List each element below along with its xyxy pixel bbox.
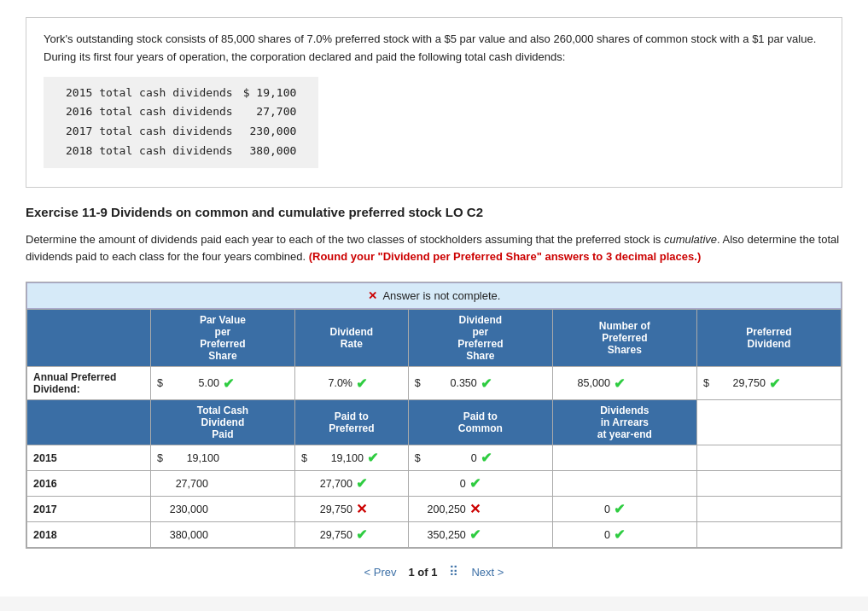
main-table: Par ValueperPreferredShare DividendRate … bbox=[26, 309, 842, 548]
year-label: 2015 bbox=[27, 445, 151, 471]
dividends-arrears-cell: 0 ✔ bbox=[552, 522, 696, 548]
page-wrapper: York's outstanding stock consists of 85,… bbox=[0, 0, 868, 596]
check-green-icon: ✔ bbox=[367, 450, 378, 466]
paid-preferred-cell: 29,750 ✕ bbox=[294, 497, 408, 522]
dividend-list-item: 2017 total cash dividends 230,000 bbox=[61, 122, 301, 142]
paid-common-cell: $ 0 ✔ bbox=[408, 445, 552, 471]
header-number-preferred: Number ofPreferredShares bbox=[552, 310, 696, 367]
header-dividend-per-share: DividendperPreferredShare bbox=[408, 310, 552, 367]
instructions-part1: Determine the amount of dividends paid e… bbox=[26, 233, 664, 246]
pagination: < Prev 1 of 1 ⠿ Next > bbox=[26, 564, 842, 579]
check-green-icon: ✔ bbox=[356, 475, 367, 492]
paid-common-cell: 350,250 ✔ bbox=[408, 522, 552, 548]
header-preferred-dividend: PreferredDividend bbox=[696, 310, 841, 367]
top-box: York's outstanding stock consists of 85,… bbox=[26, 17, 842, 188]
paid-preferred-value: 19,100 bbox=[312, 452, 364, 464]
dividend-year-label: 2018 total cash dividends bbox=[61, 142, 238, 161]
next-button[interactable]: Next > bbox=[471, 566, 504, 579]
top-box-text: York's outstanding stock consists of 85,… bbox=[44, 31, 824, 67]
paid-preferred-cell: 29,750 ✔ bbox=[294, 522, 408, 548]
empty-cell bbox=[696, 445, 841, 471]
dividend-amounts-table: 2015 total cash dividends$ 19,1002016 to… bbox=[61, 84, 301, 161]
check-green-icon: ✔ bbox=[481, 375, 492, 392]
exercise-title: Exercise 11-9 Dividends on common and cu… bbox=[26, 205, 842, 219]
instructions-italic: cumulative bbox=[664, 233, 717, 246]
check-red-icon: ✕ bbox=[356, 501, 367, 517]
sub-header-empty2 bbox=[696, 400, 841, 445]
paid-common-cell: 200,250 ✕ bbox=[408, 497, 552, 522]
x-icon: ✕ bbox=[368, 289, 377, 302]
sub-header-row: Total CashDividendPaid Paid toPreferred … bbox=[27, 400, 842, 445]
dividend-table-container: 2015 total cash dividends$ 19,1002016 to… bbox=[44, 77, 824, 174]
year-label: 2016 bbox=[27, 471, 151, 497]
preferred-dividend-dollar: $ bbox=[703, 377, 709, 389]
check-green-icon: ✔ bbox=[469, 475, 481, 492]
dividends-arrears-cell: 0 ✔ bbox=[552, 497, 696, 522]
paid-common-symbol: $ bbox=[415, 452, 421, 464]
total-cash-cell: 27,700 bbox=[150, 471, 294, 497]
check-green-icon: ✔ bbox=[769, 375, 780, 392]
empty-cell bbox=[696, 471, 841, 497]
dividend-rate-value: 7.0% bbox=[301, 377, 352, 389]
dividends-arrears-cell bbox=[552, 445, 696, 471]
check-green-icon: ✔ bbox=[614, 375, 625, 392]
dividend-year-label: 2017 total cash dividends bbox=[61, 122, 238, 142]
par-value-dollar: $ bbox=[157, 377, 163, 389]
sub-header-dividends-arrears: Dividendsin Arrearsat year-end bbox=[552, 400, 696, 445]
main-table-wrapper: ✕ Answer is not complete. Par ValueperPr… bbox=[26, 282, 842, 549]
instructions-red: (Round your "Dividend per Preferred Shar… bbox=[309, 250, 702, 263]
banner-text: Answer is not complete. bbox=[382, 289, 500, 302]
paid-common-value: 0 bbox=[415, 478, 466, 490]
total-cash-cell: $ 19,100 bbox=[150, 445, 294, 471]
total-cash-cell: 380,000 bbox=[150, 522, 294, 548]
grid-icon: ⠿ bbox=[449, 564, 459, 579]
dividend-amount: 27,700 bbox=[238, 102, 302, 122]
paid-common-value: 350,250 bbox=[415, 529, 466, 541]
paid-common-value: 0 bbox=[426, 452, 477, 464]
dividend-list-item: 2015 total cash dividends$ 19,100 bbox=[61, 84, 301, 103]
page-info: 1 of 1 bbox=[409, 566, 438, 579]
year-row: 2015 $ 19,100 $ 19,100 ✔ $ 0 ✔ bbox=[27, 445, 842, 471]
empty-cell bbox=[696, 497, 841, 522]
dividend-amount: $ 19,100 bbox=[238, 84, 302, 103]
header-par-value: Par ValueperPreferredShare bbox=[150, 310, 294, 367]
preferred-dividend-cell: $ 29,750 ✔ bbox=[696, 367, 841, 400]
paid-preferred-value: 29,750 bbox=[301, 503, 352, 515]
dividend-year-label: 2016 total cash dividends bbox=[61, 102, 238, 122]
paid-common-cell: 0 ✔ bbox=[408, 471, 552, 497]
dividends-arrears-value: 0 bbox=[559, 503, 610, 515]
check-green-icon: ✔ bbox=[481, 450, 492, 466]
paid-preferred-cell: 27,700 ✔ bbox=[294, 471, 408, 497]
header-row-1: Par ValueperPreferredShare DividendRate … bbox=[27, 310, 842, 367]
prev-button[interactable]: < Prev bbox=[364, 566, 397, 579]
total-cash-value: 230,000 bbox=[157, 503, 208, 515]
total-cash-value: 27,700 bbox=[157, 478, 208, 490]
dividends-arrears-cell bbox=[552, 471, 696, 497]
year-row: 2018 380,000 29,750 ✔ 350,250 ✔ bbox=[27, 522, 842, 548]
preferred-dividend-value: 29,750 bbox=[714, 377, 766, 389]
dividend-per-dollar: $ bbox=[415, 377, 421, 389]
paid-preferred-value: 27,700 bbox=[301, 478, 352, 490]
total-cash-value: 19,100 bbox=[168, 452, 219, 464]
dividend-list-item: 2018 total cash dividends 380,000 bbox=[61, 142, 301, 161]
sub-header-paid-preferred: Paid toPreferred bbox=[294, 400, 408, 445]
check-green-icon: ✔ bbox=[356, 375, 367, 392]
annual-preferred-label: Annual PreferredDividend: bbox=[27, 367, 151, 400]
number-preferred-cell: 85,000 ✔ bbox=[552, 367, 696, 400]
check-green-icon: ✔ bbox=[469, 527, 481, 543]
sub-header-total-cash: Total CashDividendPaid bbox=[150, 400, 294, 445]
empty-cell bbox=[696, 522, 841, 548]
header-empty-1 bbox=[27, 310, 151, 367]
number-preferred-value: 85,000 bbox=[559, 377, 610, 389]
year-row: 2016 27,700 27,700 ✔ 0 ✔ bbox=[27, 471, 842, 497]
total-cash-symbol: $ bbox=[157, 452, 163, 464]
check-red-icon: ✕ bbox=[469, 501, 481, 517]
dividend-per-value: 0.350 bbox=[426, 377, 477, 389]
answer-incomplete-banner: ✕ Answer is not complete. bbox=[26, 282, 842, 309]
dividends-arrears-value: 0 bbox=[559, 529, 610, 541]
par-value-value: 5.00 bbox=[168, 377, 219, 389]
check-green-icon: ✔ bbox=[356, 527, 367, 543]
dividend-amount: 230,000 bbox=[238, 122, 302, 142]
sub-header-paid-common: Paid toCommon bbox=[408, 400, 552, 445]
check-green-icon: ✔ bbox=[614, 501, 625, 517]
